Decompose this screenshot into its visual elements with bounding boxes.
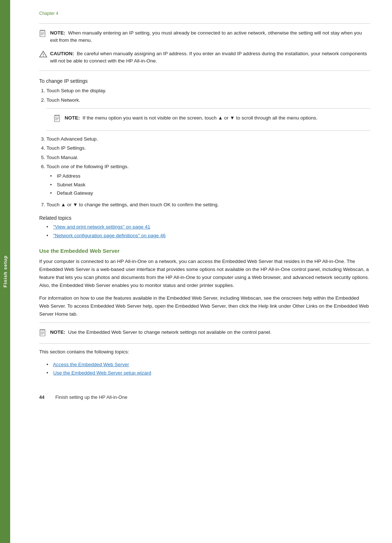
related-link-1-anchor[interactable]: "View and print network settings" on pag… bbox=[53, 224, 151, 230]
chapter-header: Chapter 4 bbox=[39, 11, 370, 16]
ews-para-2: For information on how to use the featur… bbox=[39, 294, 370, 319]
svg-rect-1 bbox=[41, 30, 41, 31]
caution-label: CAUTION: bbox=[50, 51, 74, 56]
related-link-1[interactable]: "View and print network settings" on pag… bbox=[46, 223, 370, 231]
step2-note-label: NOTE: bbox=[65, 115, 80, 121]
step-5: Touch Manual. bbox=[46, 154, 370, 162]
change-ip-title: To change IP settings bbox=[39, 78, 370, 84]
ews-note-box: NOTE: Use the Embedded Web Server to cha… bbox=[39, 327, 370, 339]
footer-text: Finish setting up the HP All-in-One bbox=[55, 394, 127, 400]
section-links-list: Access the Embedded Web Server Use the E… bbox=[46, 361, 370, 377]
svg-rect-18 bbox=[41, 329, 41, 331]
step-7: Touch ▲ or ▼ to change the settings, and… bbox=[46, 201, 370, 209]
divider-ews-note-above bbox=[39, 323, 370, 323]
section-link-2-anchor[interactable]: Use the Embedded Web Server setup wizard bbox=[53, 370, 151, 376]
svg-rect-13 bbox=[58, 115, 59, 116]
ews-note-body: Use the Embedded Web Server to change ne… bbox=[68, 329, 271, 335]
caution-box: CAUTION: Be careful when manually assign… bbox=[39, 49, 370, 66]
step6-bullets: IP Address Subnet Mask Default Gateway bbox=[50, 172, 370, 197]
sidebar-tab-label: Finish setup bbox=[3, 255, 8, 288]
bullet-default-gateway: Default Gateway bbox=[50, 189, 370, 197]
svg-rect-19 bbox=[42, 329, 43, 331]
ews-note-text: NOTE: Use the Embedded Web Server to cha… bbox=[50, 329, 271, 336]
step2-note-box: NOTE: If the menu option you want is not… bbox=[54, 113, 370, 126]
divider-step2-above bbox=[46, 108, 370, 109]
related-link-2[interactable]: "Network configuration page definitions"… bbox=[46, 232, 370, 240]
ews-note-icon bbox=[39, 329, 47, 337]
divider-step2-below bbox=[46, 130, 370, 131]
svg-rect-2 bbox=[42, 30, 43, 31]
note-body-1: When manually entering an IP setting, yo… bbox=[50, 30, 362, 43]
note-text-1: NOTE: When manually entering an IP setti… bbox=[50, 29, 370, 44]
main-content: Chapter 4 NOTE: When manually entering a… bbox=[10, 0, 392, 543]
note-icon-1 bbox=[39, 30, 47, 38]
ews-para-1: If your computer is connected to an HP A… bbox=[39, 258, 370, 290]
related-topics-title: Related topics bbox=[39, 215, 370, 221]
svg-rect-3 bbox=[44, 30, 44, 31]
bullet-subnet-mask: Subnet Mask bbox=[50, 181, 370, 189]
caution-icon bbox=[39, 50, 47, 59]
section-topics-intro: This section contains the following topi… bbox=[39, 348, 370, 356]
ews-note-label: NOTE: bbox=[50, 329, 65, 335]
divider-2 bbox=[39, 70, 370, 71]
related-links-list: "View and print network settings" on pag… bbox=[46, 223, 370, 239]
step-2: Touch Network. bbox=[46, 96, 370, 131]
section-link-2[interactable]: Use the Embedded Web Server setup wizard bbox=[46, 369, 370, 377]
step-1: Touch Setup on the display. bbox=[46, 87, 370, 95]
step2-note-body: If the menu option you want is not visib… bbox=[83, 115, 318, 121]
sidebar-tab: Finish setup bbox=[0, 0, 10, 543]
section-link-1-anchor[interactable]: Access the Embedded Web Server bbox=[53, 362, 129, 367]
caution-text: CAUTION: Be careful when manually assign… bbox=[50, 50, 370, 65]
divider-ews-note-below bbox=[39, 343, 370, 344]
step2-note-icon bbox=[54, 115, 62, 124]
svg-rect-20 bbox=[44, 329, 44, 331]
note-label-1: NOTE: bbox=[50, 30, 65, 36]
svg-rect-11 bbox=[55, 115, 56, 116]
note-box-1: NOTE: When manually entering an IP setti… bbox=[39, 28, 370, 46]
caution-body: Be careful when manually assigning an IP… bbox=[50, 51, 367, 64]
bullet-ip-address: IP Address bbox=[50, 172, 370, 180]
related-link-2-anchor[interactable]: "Network configuration page definitions"… bbox=[53, 233, 166, 238]
page-number: 44 bbox=[39, 394, 44, 400]
svg-rect-12 bbox=[57, 115, 57, 116]
step-6: Touch one of the following IP settings. … bbox=[46, 163, 370, 197]
page-footer: 44 Finish setting up the HP All-in-One bbox=[39, 392, 370, 400]
divider-top bbox=[39, 23, 370, 24]
step-3: Touch Advanced Setup. bbox=[46, 135, 370, 143]
step-4: Touch IP Settings. bbox=[46, 144, 370, 152]
svg-point-9 bbox=[43, 56, 44, 56]
section-link-1[interactable]: Access the Embedded Web Server bbox=[46, 361, 370, 369]
steps-list: Touch Setup on the display. Touch Networ… bbox=[46, 87, 370, 208]
ews-heading: Use the Embedded Web Server bbox=[39, 248, 370, 254]
step2-note-text: NOTE: If the menu option you want is not… bbox=[65, 114, 318, 122]
